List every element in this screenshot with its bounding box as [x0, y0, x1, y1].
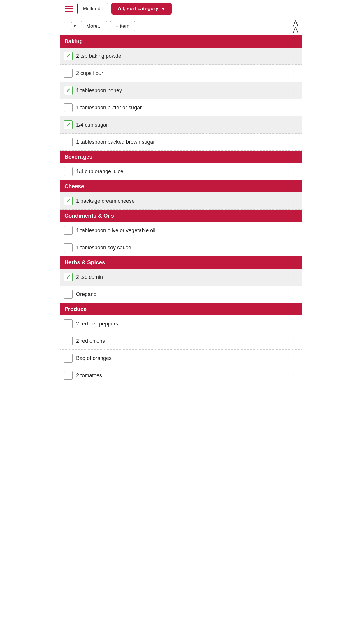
item-menu-button[interactable]: ⋮ [290, 52, 298, 60]
toolbar-row2: ▼ More... + item ⋀⋀ [60, 18, 302, 35]
sort-category-button[interactable]: All, sort category ▼ [111, 3, 172, 15]
item-menu-button[interactable]: ⋮ [290, 320, 298, 327]
item-checkbox[interactable] [64, 354, 73, 363]
item-menu-button[interactable]: ⋮ [290, 139, 298, 146]
list-item: ✓1/4 cup sugar⋮ [60, 116, 302, 134]
item-text: 2 red bell peppers [76, 321, 286, 327]
list-item: 2 tomatoes⋮ [60, 367, 302, 384]
toolbar-row1: Multi-edit All, sort category ▼ [60, 0, 302, 18]
item-menu-button[interactable]: ⋮ [290, 244, 298, 251]
item-menu-button[interactable]: ⋮ [290, 168, 298, 175]
item-text: 2 tomatoes [76, 372, 286, 379]
item-text: 1 tablespoon packed brown sugar [76, 139, 286, 145]
list-item: 1 tablespoon soy sauce⋮ [60, 239, 302, 256]
item-text: 2 cups flour [76, 70, 286, 76]
list-item: 2 red bell peppers⋮ [60, 315, 302, 332]
item-checkbox[interactable] [64, 337, 73, 345]
select-all-checkbox[interactable] [64, 22, 72, 30]
category-header-2: Cheese [60, 180, 302, 192]
list-item: ✓2 tsp cumin⋮ [60, 269, 302, 286]
list-item: 2 cups flour⋮ [60, 65, 302, 82]
item-menu-button[interactable]: ⋮ [290, 355, 298, 362]
item-checkbox[interactable]: ✓ [64, 197, 73, 205]
list-item: ✓2 tsp baking powder⋮ [60, 48, 302, 65]
item-checkbox[interactable]: ✓ [64, 273, 73, 281]
add-item-button[interactable]: + item [110, 21, 135, 32]
item-menu-button[interactable]: ⋮ [290, 121, 298, 128]
checkmark-icon: ✓ [66, 88, 71, 93]
category-header-0: Baking [60, 35, 302, 48]
item-checkbox[interactable] [64, 226, 73, 235]
item-text: 1/4 cup orange juice [76, 169, 286, 175]
list-item: 1 tablespoon packed brown sugar⋮ [60, 134, 302, 151]
item-menu-button[interactable]: ⋮ [290, 197, 298, 204]
item-checkbox[interactable] [64, 167, 73, 176]
select-all-dropdown-button[interactable]: ▼ [72, 24, 78, 29]
item-text: 2 tsp cumin [76, 274, 286, 280]
item-menu-button[interactable]: ⋮ [290, 274, 298, 281]
item-text: Oregano [76, 291, 286, 298]
multi-edit-button[interactable]: Multi-edit [77, 3, 108, 14]
item-text: 1 tablespoon olive or vegetable oil [76, 228, 286, 234]
item-checkbox[interactable]: ✓ [64, 86, 73, 95]
list-item: 1 tablespoon butter or sugar⋮ [60, 99, 302, 116]
item-text: 1 package cream cheese [76, 198, 286, 204]
item-text: 1 tablespoon soy sauce [76, 245, 286, 251]
item-menu-button[interactable]: ⋮ [290, 104, 298, 111]
more-button[interactable]: More... [81, 21, 107, 32]
select-all-control: ▼ [64, 22, 78, 30]
item-menu-button[interactable]: ⋮ [290, 337, 298, 344]
grocery-list: Baking✓2 tsp baking powder⋮2 cups flour⋮… [60, 35, 302, 384]
category-header-5: Produce [60, 303, 302, 315]
list-item: 2 red onions⋮ [60, 332, 302, 350]
item-checkbox[interactable] [64, 319, 73, 328]
item-text: 2 red onions [76, 338, 286, 344]
hamburger-line3 [65, 11, 73, 12]
item-checkbox[interactable]: ✓ [64, 52, 73, 60]
collapse-button[interactable]: ⋀⋀ [293, 20, 298, 33]
sort-category-label: All, sort category [118, 6, 158, 12]
item-checkbox[interactable] [64, 103, 73, 112]
item-text: 1 tablespoon butter or sugar [76, 105, 286, 111]
item-menu-button[interactable]: ⋮ [290, 87, 298, 94]
list-item: Bag of oranges⋮ [60, 350, 302, 367]
item-checkbox[interactable] [64, 69, 73, 78]
item-text: 2 tsp baking powder [76, 53, 286, 59]
item-checkbox[interactable] [64, 243, 73, 252]
item-menu-button[interactable]: ⋮ [290, 70, 298, 77]
list-item: ✓1 package cream cheese⋮ [60, 192, 302, 210]
sort-dropdown-icon: ▼ [161, 6, 165, 11]
chevrons-up-icon: ⋀⋀ [293, 19, 298, 33]
list-item: Oregano⋮ [60, 286, 302, 303]
category-header-4: Herbs & Spices [60, 256, 302, 269]
checkmark-icon: ✓ [66, 274, 71, 280]
item-menu-button[interactable]: ⋮ [290, 372, 298, 379]
hamburger-button[interactable] [64, 5, 74, 13]
item-checkbox[interactable]: ✓ [64, 120, 73, 129]
item-checkbox[interactable] [64, 290, 73, 299]
list-item: 1/4 cup orange juice⋮ [60, 163, 302, 180]
hamburger-line2 [65, 8, 73, 9]
category-header-1: Beverages [60, 151, 302, 163]
item-text: 1/4 cup sugar [76, 122, 286, 128]
hamburger-line1 [65, 6, 73, 7]
item-text: Bag of oranges [76, 355, 286, 361]
checkmark-icon: ✓ [66, 53, 71, 59]
checkmark-icon: ✓ [66, 198, 71, 204]
list-item: 1 tablespoon olive or vegetable oil⋮ [60, 222, 302, 239]
item-checkbox[interactable] [64, 371, 73, 380]
list-item: ✓1 tablespoon honey⋮ [60, 82, 302, 99]
item-menu-button[interactable]: ⋮ [290, 227, 298, 234]
checkmark-icon: ✓ [66, 122, 71, 128]
category-header-3: Condiments & Oils [60, 210, 302, 222]
item-checkbox[interactable] [64, 138, 73, 146]
item-menu-button[interactable]: ⋮ [290, 291, 298, 298]
item-text: 1 tablespoon honey [76, 88, 286, 94]
